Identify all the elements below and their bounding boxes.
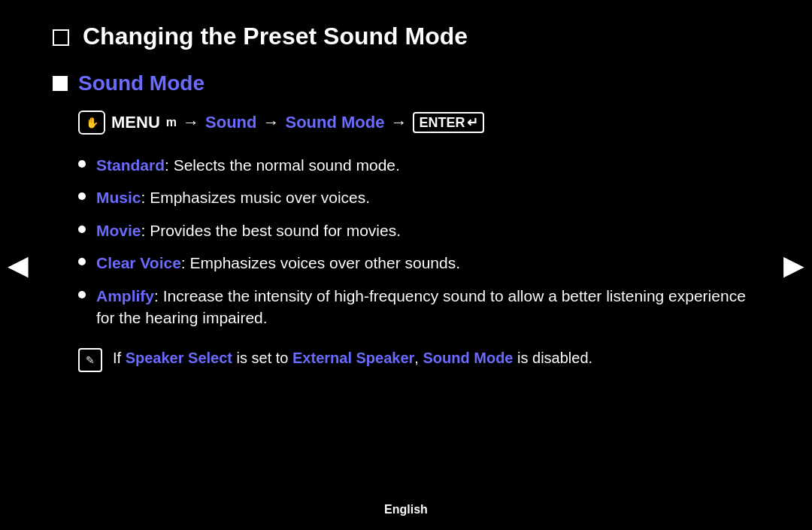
sound-link: Sound <box>205 113 256 132</box>
bullet-dot-icon <box>78 160 86 168</box>
list-item: Amplify: Increase the intensity of high-… <box>78 285 752 329</box>
menu-suffix: m <box>166 116 177 129</box>
list-item-text: Standard: Selects the normal sound mode. <box>96 154 400 176</box>
term-music: Music <box>96 189 141 206</box>
arrow2: → <box>262 113 279 132</box>
term-clear-voice: Clear Voice <box>96 254 181 271</box>
main-title-text: Changing the Preset Sound Mode <box>83 23 468 50</box>
section-title-text: Sound Mode <box>78 71 205 95</box>
menu-label: MENU <box>111 113 160 132</box>
speaker-select-term: Speaker Select <box>126 350 232 366</box>
arrow1: → <box>183 113 199 132</box>
bullet-dot-icon <box>78 192 86 200</box>
bullet-dot-icon <box>78 226 86 233</box>
note-text: If Speaker Select is set to External Spe… <box>113 347 592 369</box>
filled-square-icon <box>53 76 68 91</box>
menu-icon: ✋ <box>78 111 105 135</box>
list-item-text: Music: Emphasizes music over voices. <box>96 186 370 208</box>
nav-right-button[interactable]: ▶ <box>783 250 804 281</box>
list-item: Music: Emphasizes music over voices. <box>78 186 752 208</box>
section-title: Sound Mode <box>53 71 752 95</box>
term-movie: Movie <box>96 222 141 239</box>
note-icon: ✎ <box>78 348 102 372</box>
menu-path: ✋ MENU m → Sound → Sound Mode → ENTER ↵ <box>78 111 752 135</box>
arrow3: → <box>390 113 407 132</box>
enter-icon: ENTER ↵ <box>413 112 484 133</box>
list-item-text: Movie: Provides the best sound for movie… <box>96 220 401 241</box>
checkbox-icon <box>53 29 69 46</box>
bullet-dot-icon <box>78 258 86 265</box>
term-amplify: Amplify <box>96 287 154 304</box>
term-standard: Standard <box>96 156 165 174</box>
note-row: ✎ If Speaker Select is set to External S… <box>78 347 752 372</box>
footer-language: English <box>384 503 428 516</box>
external-speaker-term: External Speaker <box>292 350 414 366</box>
sound-mode-term: Sound Mode <box>423 350 513 366</box>
list-item: Clear Voice: Emphasizes voices over othe… <box>78 252 752 274</box>
sound-mode-link: Sound Mode <box>285 113 384 132</box>
page-container: ◀ ▶ Changing the Preset Sound Mode Sound… <box>0 0 812 530</box>
bullet-list: Standard: Selects the normal sound mode.… <box>78 154 752 329</box>
list-item: Movie: Provides the best sound for movie… <box>78 220 752 241</box>
list-item: Standard: Selects the normal sound mode. <box>78 154 752 176</box>
nav-left-button[interactable]: ◀ <box>8 250 29 281</box>
main-title: Changing the Preset Sound Mode <box>53 23 752 50</box>
list-item-text: Clear Voice: Emphasizes voices over othe… <box>96 252 460 274</box>
bullet-dot-icon <box>78 291 86 298</box>
list-item-text: Amplify: Increase the intensity of high-… <box>96 285 752 329</box>
